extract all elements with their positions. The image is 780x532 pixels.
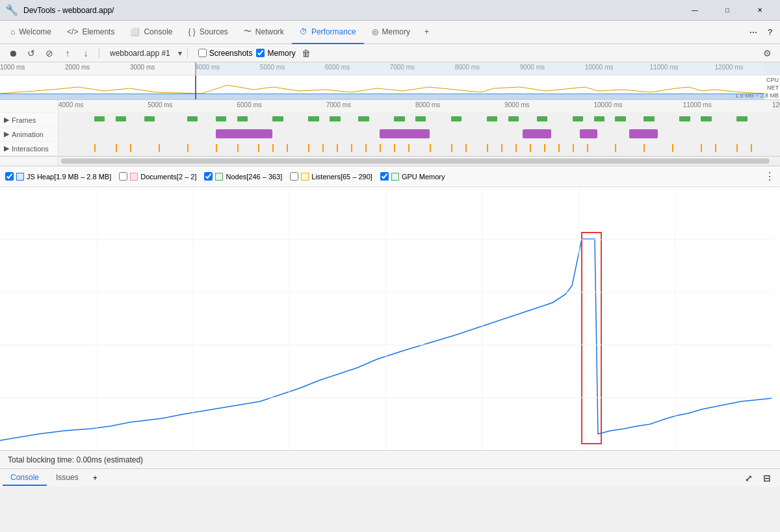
add-console-tab-button[interactable]: +: [88, 471, 103, 485]
record-button[interactable]: ⏺: [5, 45, 21, 61]
overview-ruler: 1000 ms2000 ms3000 ms4000 ms5000 ms6000 …: [0, 62, 780, 75]
timeline-scroll-thumb[interactable]: [61, 158, 770, 164]
interactions-label: ▶ Interactions: [0, 142, 58, 155]
memory-toggle[interactable]: Memory: [256, 49, 295, 58]
restore-button[interactable]: □: [712, 0, 742, 21]
blocking-time-label: Total blocking time: 0.00ms (estimated): [8, 455, 143, 464]
recording-dropdown[interactable]: ▾: [178, 49, 182, 58]
js-heap-label: JS Heap[1.9 MB – 2.8 MB]: [27, 173, 111, 181]
legend-js-heap[interactable]: JS Heap[1.9 MB – 2.8 MB]: [5, 172, 111, 181]
upload-button[interactable]: ↑: [60, 45, 75, 61]
legend-gpu-memory[interactable]: GPU Memory: [380, 172, 445, 181]
tab-welcome[interactable]: ⌂ Welcome: [3, 21, 59, 44]
settings-button[interactable]: ⚙: [759, 45, 775, 61]
documents-label: Documents[2 – 2]: [140, 173, 196, 181]
devtools-icon: 🔧: [5, 4, 18, 16]
tab-label-console: Console: [144, 27, 172, 36]
status-bar: Total blocking time: 0.00ms (estimated): [0, 450, 780, 468]
delete-button[interactable]: 🗑: [298, 45, 314, 61]
js-heap-color: [16, 173, 24, 181]
more-tabs-button[interactable]: ⋯: [744, 28, 762, 37]
refresh-button[interactable]: ↺: [23, 45, 39, 61]
documents-checkbox[interactable]: [119, 172, 127, 181]
cpu-chart-svg: [0, 75, 764, 94]
cpu-label: CPU: [766, 77, 779, 83]
download-button[interactable]: ↓: [78, 45, 94, 61]
tab-console[interactable]: ⬜ Console: [122, 21, 180, 44]
screenshots-label: Screenshots: [209, 49, 253, 58]
help-button[interactable]: ?: [762, 28, 777, 37]
tab-elements[interactable]: </> Elements: [59, 21, 122, 44]
window-title: DevTools - webboard.app/: [23, 6, 114, 15]
frames-track: ▶ Frames: [0, 113, 780, 127]
detach-button[interactable]: ⤢: [741, 470, 757, 486]
listeners-color: [301, 173, 309, 181]
dock-button[interactable]: ⊟: [759, 470, 775, 486]
welcome-icon: ⌂: [10, 27, 15, 36]
toolbar: ⏺ ↺ ⊘ ↑ ↓ webboard.app #1 ▾ Screenshots …: [0, 44, 780, 62]
legend-documents[interactable]: Documents[2 – 2]: [119, 172, 196, 181]
tab-label-network: Network: [255, 27, 284, 36]
console-icon: ⬜: [130, 27, 140, 36]
js-heap-checkbox[interactable]: [5, 172, 14, 181]
tracks-ruler: 4000 ms5000 ms6000 ms7000 ms8000 ms9000 …: [0, 100, 780, 113]
legend-listeners[interactable]: Listeners[65 – 290]: [290, 172, 372, 181]
nodes-label: Nodes[246 – 363]: [226, 173, 282, 181]
clear-button[interactable]: ⊘: [42, 45, 57, 61]
interactions-expand-icon[interactable]: ▶: [4, 144, 9, 153]
close-button[interactable]: ✕: [745, 0, 775, 21]
gpu-memory-label: GPU Memory: [402, 173, 445, 181]
legend-more-button[interactable]: ⋮: [764, 170, 775, 183]
sources-icon: { }: [188, 27, 195, 36]
toolbar-options: Screenshots Memory: [198, 49, 296, 58]
tab-memory[interactable]: ◎ Memory: [364, 21, 418, 44]
elements-icon: </>: [67, 27, 78, 36]
tab-sources[interactable]: { } Sources: [180, 21, 235, 44]
recording-title: webboard.app #1: [105, 49, 176, 58]
frames-content[interactable]: [58, 113, 772, 127]
tab-label-memory: Memory: [382, 27, 410, 36]
screenshots-toggle[interactable]: Screenshots: [198, 49, 253, 58]
legend-nodes[interactable]: Nodes[246 – 363]: [204, 172, 282, 181]
console-tab-label: Console: [10, 473, 39, 482]
animation-label: ▶ Animation: [0, 127, 58, 141]
frames-expand-icon[interactable]: ▶: [4, 116, 9, 124]
animation-track: ▶ Animation: [0, 127, 780, 142]
net-label: NET: [767, 84, 779, 91]
tab-label-performance: Performance: [311, 27, 356, 36]
memory-chart-area: [0, 187, 780, 450]
nodes-checkbox[interactable]: [204, 172, 213, 181]
timeline-overview: 1000 ms2000 ms3000 ms4000 ms5000 ms6000 …: [0, 62, 780, 100]
tab-bar: ⌂ Welcome </> Elements ⬜ Console { } Sou…: [0, 21, 780, 44]
documents-color: [130, 173, 138, 181]
title-bar: 🔧 DevTools - webboard.app/ — □ ✕: [0, 0, 780, 21]
interactions-content[interactable]: [58, 142, 772, 155]
animation-content[interactable]: [58, 127, 772, 141]
memory-checkbox[interactable]: [256, 49, 265, 57]
gpu-memory-checkbox[interactable]: [380, 172, 389, 181]
animation-expand-icon[interactable]: ▶: [4, 130, 9, 138]
issues-tab-label: Issues: [56, 473, 79, 482]
listeners-checkbox[interactable]: [290, 172, 298, 181]
frames-label: ▶ Frames: [0, 113, 58, 127]
minimize-button[interactable]: —: [680, 0, 710, 21]
cpu-net-chart: CPU NET 1.9 MB – 2.8 MB: [0, 75, 780, 100]
interactions-track: ▶ Interactions: [0, 142, 780, 156]
network-icon: 〜: [244, 26, 252, 37]
tab-label-sources: Sources: [200, 27, 228, 36]
tab-label-elements: Elements: [82, 27, 114, 36]
performance-icon: ⏱: [300, 27, 307, 36]
tab-performance[interactable]: ⏱ Performance: [292, 21, 364, 44]
issues-tab[interactable]: Issues: [48, 470, 86, 486]
window-controls: — □ ✕: [680, 0, 775, 21]
tab-network[interactable]: 〜 Network: [236, 21, 292, 44]
timeline-scrollbar[interactable]: [0, 156, 780, 166]
add-tab-button[interactable]: +: [418, 21, 436, 44]
console-bottom-tab[interactable]: Console: [3, 470, 47, 486]
console-actions: ⤢ ⊟: [741, 470, 777, 486]
console-bar: Console Issues + ⤢ ⊟: [0, 468, 780, 487]
legend-bar: JS Heap[1.9 MB – 2.8 MB] Documents[2 – 2…: [0, 166, 780, 187]
screenshots-checkbox[interactable]: [198, 49, 207, 57]
svg-rect-0: [582, 233, 601, 444]
listeners-label: Listeners[65 – 290]: [311, 173, 372, 181]
